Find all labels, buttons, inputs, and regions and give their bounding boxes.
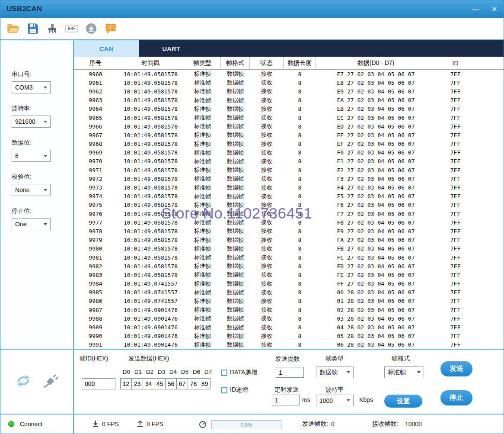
table-row[interactable]: 9978 10:01:49.0581578 标准帧 数据帧 接收 8 F9 27…	[74, 227, 504, 235]
byte-input[interactable]	[131, 378, 143, 389]
serial-field-dropdown[interactable]: None	[12, 184, 51, 196]
cell-frame-format: 数据帧	[221, 236, 250, 244]
download-arrow-icon	[92, 420, 99, 428]
table-row[interactable]: 9990 10:01:49.0901476 标准帧 数据帧 接收 8 05 28…	[74, 332, 504, 341]
table-row[interactable]: 9970 10:01:49.0581578 标准帧 数据帧 接收 8 F1 27…	[74, 157, 504, 166]
table-row[interactable]: 9965 10:01:49.0581578 标准帧 数据帧 接收 8 EC 27…	[74, 113, 504, 122]
send-count-input[interactable]	[276, 367, 304, 378]
cell-data-bytes: F2 27 02 03 04 05 06 07	[316, 166, 436, 174]
table-row[interactable]: 9988 10:01:49.0901476 标准帧 数据帧 接收 8 03 28…	[74, 314, 504, 323]
table-row[interactable]: 9961 10:01:49.0581578 标准帧 数据帧 接收 8 E8 27…	[74, 78, 504, 87]
table-row[interactable]: 9963 10:01:49.0581578 标准帧 数据帧 接收 8 EA 27…	[74, 96, 504, 105]
save-button[interactable]	[25, 20, 41, 37]
received-frames-value: 10000	[405, 421, 422, 428]
send-form: 帧ID(HEX) 发送数据(HEX) D0D1D2D3D4D5D6D7 DATA…	[74, 350, 504, 414]
byte-input[interactable]	[165, 378, 177, 389]
cell-frame-format: 数据帧	[221, 122, 250, 131]
send-button[interactable]: 发送	[440, 361, 472, 376]
cell-timestamp: 10:01:49.0901476	[117, 323, 184, 331]
table-row[interactable]: 9987 10:01:49.0901476 标准帧 数据帧 接收 8 02 28…	[74, 305, 504, 314]
tab-uart[interactable]: UART	[139, 40, 204, 57]
byte-input[interactable]	[143, 378, 154, 389]
byte-input[interactable]	[120, 378, 132, 389]
table-header-cell: 时间戳	[117, 57, 184, 69]
baud-rate-dropdown[interactable]: 1000	[316, 395, 354, 406]
cell-data-length: 8	[284, 280, 316, 288]
cell-frame-format: 数据帧	[221, 157, 250, 166]
close-button[interactable]: ✕	[491, 6, 498, 13]
table-row[interactable]: 9984 10:01:49.0741557 标准帧 数据帧 接收 8 FF 27…	[74, 280, 504, 288]
table-row[interactable]: 9969 10:01:49.0581578 标准帧 数据帧 接收 8 F0 27…	[74, 148, 504, 157]
frame-type-dropdown[interactable]: 数据帧	[316, 366, 354, 378]
connect-status[interactable]: Connect	[0, 415, 74, 434]
table-row[interactable]: 9986 10:01:49.0741557 标准帧 数据帧 接收 8 01 28…	[74, 297, 504, 305]
table-row[interactable]: 9971 10:01:49.0581578 标准帧 数据帧 接收 8 F2 27…	[74, 166, 504, 174]
cell-seq: 9987	[74, 305, 117, 314]
table-row[interactable]: 9976 10:01:49.0581578 标准帧 数据帧 接收 8 F7 27…	[74, 209, 504, 218]
table-row[interactable]: 9979 10:01:49.0581578 标准帧 数据帧 接收 8 FA 27…	[74, 236, 504, 244]
stop-button[interactable]: 停止	[440, 390, 472, 405]
byte-input[interactable]	[176, 378, 188, 389]
cell-seq: 9976	[74, 209, 117, 218]
frame-id-input[interactable]	[82, 378, 115, 389]
table-row[interactable]: 9974 10:01:49.0581578 标准帧 数据帧 接收 8 F5 27…	[74, 192, 504, 201]
cell-data-bytes: F7 27 02 03 04 05 06 07	[316, 209, 436, 218]
tab-can[interactable]: CAN	[74, 40, 139, 57]
cell-frame-type: 标准帧	[184, 70, 221, 78]
table-row[interactable]: 9966 10:01:49.0581578 标准帧 数据帧 接收 8 ED 27…	[74, 122, 504, 131]
data-increment-checkbox[interactable]	[221, 370, 227, 376]
cell-id: 7FF	[436, 262, 475, 270]
serial-field-dropdown[interactable]: 921600	[12, 116, 51, 128]
frame-counter-button[interactable]: 005	[64, 20, 80, 37]
table-row[interactable]: 9983 10:01:49.0581578 标准帧 数据帧 接收 8 FE 27…	[74, 270, 504, 279]
plug-button[interactable]	[42, 373, 59, 390]
table-row[interactable]: 9973 10:01:49.0581578 标准帧 数据帧 接收 8 F4 27…	[74, 183, 504, 192]
cell-data-length: 8	[284, 201, 316, 209]
open-file-button[interactable]	[6, 20, 21, 37]
table-row[interactable]: 9964 10:01:49.0581578 标准帧 数据帧 接收 8 EB 27…	[74, 105, 504, 113]
cell-frame-type: 标准帧	[184, 157, 221, 166]
refresh-button[interactable]	[15, 373, 32, 390]
byte-input[interactable]	[188, 378, 199, 389]
table-row[interactable]: 9981 10:01:49.0581578 标准帧 数据帧 接收 8 FC 27…	[74, 253, 504, 262]
serial-field-dropdown[interactable]: 8	[12, 150, 51, 162]
id-increment-checkbox[interactable]	[221, 387, 227, 393]
cell-id: 7FF	[436, 157, 475, 166]
table-row[interactable]: 9972 10:01:49.0581578 标准帧 数据帧 接收 8 F3 27…	[74, 174, 504, 183]
cell-id: 7FF	[436, 131, 475, 139]
cell-timestamp: 10:01:49.0581578	[117, 270, 184, 279]
cell-seq: 9971	[74, 166, 117, 174]
minimize-button[interactable]: —	[472, 6, 479, 13]
frame-format-dropdown[interactable]: 标准帧	[384, 366, 424, 378]
set-button[interactable]: 设置	[384, 395, 422, 408]
table-row[interactable]: 9967 10:01:49.0581578 标准帧 数据帧 接收 8 EE 27…	[74, 131, 504, 139]
cell-timestamp: 10:01:49.0581578	[117, 157, 184, 166]
clear-list-button[interactable]	[45, 20, 60, 37]
table-row[interactable]: 9962 10:01:49.0581578 标准帧 数据帧 接收 8 E9 27…	[74, 87, 504, 96]
table-row[interactable]: 9968 10:01:49.0581578 标准帧 数据帧 接收 8 EF 27…	[74, 140, 504, 148]
cell-id: 7FF	[436, 201, 475, 209]
serial-field-dropdown[interactable]: One	[12, 218, 51, 230]
table-row[interactable]: 9985 10:01:49.0741557 标准帧 数据帧 接收 8 00 28…	[74, 288, 504, 297]
cell-id: 7FF	[436, 288, 475, 297]
table-row[interactable]: 9960 10:01:49.0581578 标准帧 数据帧 接收 8 E7 27…	[74, 70, 504, 78]
tx-fps-value: 0 FPS	[147, 421, 163, 428]
serial-field-dropdown[interactable]: COM3	[12, 81, 51, 93]
cell-frame-format: 数据帧	[221, 70, 250, 78]
cell-data-length: 8	[284, 131, 316, 139]
cell-status: 接收	[250, 140, 284, 148]
table-row[interactable]: 9980 10:01:49.0581578 标准帧 数据帧 接收 8 FB 27…	[74, 244, 504, 253]
cell-timestamp: 10:01:49.0741557	[117, 280, 184, 288]
table-row[interactable]: 9977 10:01:49.0581578 标准帧 数据帧 接收 8 F8 27…	[74, 218, 504, 227]
info-button[interactable]: i	[103, 20, 118, 37]
table-row[interactable]: 9982 10:01:49.0581578 标准帧 数据帧 接收 8 FD 27…	[74, 262, 504, 270]
byte-input[interactable]	[199, 378, 211, 389]
table-row[interactable]: 9991 10:01:49.0901476 标准帧 数据帧 接收 8 06 28…	[74, 341, 504, 349]
table-row[interactable]: 9975 10:01:49.0581578 标准帧 数据帧 接收 8 F6 27…	[74, 201, 504, 209]
serial-field: 校验位: None	[12, 173, 73, 196]
cell-data-length: 8	[284, 70, 316, 78]
timed-send-input[interactable]	[272, 395, 300, 405]
table-row[interactable]: 9989 10:01:49.0901476 标准帧 数据帧 接收 8 04 28…	[74, 323, 504, 331]
download-button[interactable]	[83, 20, 99, 37]
byte-input[interactable]	[154, 378, 166, 389]
